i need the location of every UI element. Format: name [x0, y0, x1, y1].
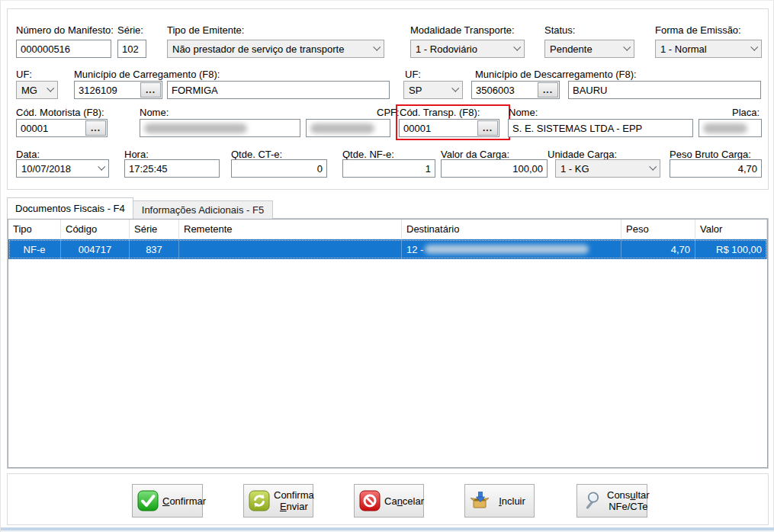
peso-bruto-input[interactable]: 4,70 — [670, 159, 762, 178]
grid-header-row: Tipo Código Série Remetente Destinatário… — [8, 220, 767, 239]
chevron-down-icon — [649, 163, 657, 171]
hora-input[interactable]: 17:25:45 — [124, 159, 220, 178]
cod-motorista-value: 00001 — [17, 120, 85, 136]
column-header-serie[interactable]: Série — [130, 220, 179, 239]
nome-transportador-label: Nome: — [509, 107, 538, 119]
tab-documentos-fiscais[interactable]: Documentos Fiscais - F4 — [7, 197, 133, 219]
municipio-carregamento-browse-button[interactable]: ... — [140, 82, 161, 98]
cod-transp-value: 00001 — [400, 120, 477, 136]
municipio-carregamento-name: FORMIGA — [172, 85, 218, 96]
magnifier-icon — [582, 490, 603, 511]
cod-transp-input[interactable]: 00001 ... — [399, 119, 499, 137]
uf-descarregamento-label: UF: — [405, 69, 421, 81]
mdfe-manifest-window: Número do Manifesto: Série: Tipo de Emit… — [0, 0, 774, 532]
hora-value: 17:25:45 — [129, 163, 168, 175]
destinatario-prefix: 12 - — [406, 244, 423, 255]
cpf-label: CPF: — [377, 107, 400, 119]
cod-motorista-input[interactable]: 00001 ... — [16, 119, 108, 137]
confirma-enviar-button[interactable]: ConfirmaEnviar — [243, 484, 313, 518]
forma-emissao-select[interactable]: 1 - Normal — [655, 40, 762, 58]
valor-carga-input[interactable]: 100,00 — [441, 159, 548, 178]
cell-remetente — [179, 239, 402, 259]
qtde-cte-input[interactable]: 0 — [231, 159, 327, 178]
qtde-cte-value: 0 — [317, 163, 323, 175]
chevron-down-icon — [623, 43, 631, 51]
municipio-descarregamento-browse-button[interactable]: ... — [538, 82, 558, 98]
consultar-nfe-cte-button[interactable]: ConsultarNFe/CTe — [576, 484, 647, 518]
placa-input[interactable] — [699, 119, 762, 137]
modalidade-transporte-label: Modalidade Transporte: — [410, 24, 515, 37]
cell-serie: 837 — [130, 239, 179, 259]
tipo-emitente-label: Tipo de Emitente: — [167, 24, 244, 37]
municipio-carregamento-label: Município de Carregamento (F8): — [74, 69, 220, 81]
cod-transp-browse-button[interactable]: ... — [477, 120, 498, 136]
nome-transportador-input[interactable]: S. E. SISTEMAS LTDA - EPP — [508, 119, 693, 137]
placa-label: Placa: — [732, 107, 760, 119]
modalidade-transporte-select[interactable]: 1 - Rodoviário — [410, 40, 525, 58]
uf-carregamento-value: MG — [21, 85, 43, 96]
cancelar-button-label: Cancelar — [384, 495, 424, 507]
municipio-descarregamento-label: Município de Descarregamento (F8): — [475, 69, 637, 81]
uf-descarregamento-select[interactable]: SP — [403, 81, 463, 99]
column-header-codigo[interactable]: Código — [61, 220, 130, 239]
incluir-button[interactable]: Incluir — [464, 484, 535, 518]
numero-manifesto-label: Número do Manifesto: — [16, 24, 114, 37]
redacted-value — [310, 123, 374, 133]
cancelar-button[interactable]: Cancelar — [354, 484, 424, 518]
cell-peso: 4,70 — [621, 239, 695, 259]
municipio-descarregamento-code-input[interactable]: 3506003 ... — [471, 81, 560, 99]
uf-carregamento-select[interactable]: MG — [16, 81, 58, 99]
serie-input[interactable]: 102 — [117, 40, 146, 58]
chevron-down-icon — [47, 85, 54, 92]
municipio-carregamento-code-input[interactable]: 3126109 ... — [74, 81, 162, 99]
unidade-carga-select[interactable]: 1 - KG — [555, 159, 660, 178]
sync-arrows-icon — [249, 490, 270, 511]
redacted-value — [703, 123, 747, 133]
cpf-input[interactable] — [306, 119, 390, 137]
cod-transp-label: Cód. Transp. (F8): — [400, 107, 480, 119]
chevron-down-icon — [750, 43, 758, 51]
numero-manifesto-value: 000000516 — [21, 43, 70, 55]
municipio-descarregamento-name: BAURU — [573, 85, 608, 96]
data-value: 10/07/2018 — [21, 163, 94, 175]
cell-codigo: 004717 — [61, 239, 130, 259]
cod-motorista-browse-button[interactable]: ... — [85, 120, 106, 136]
nome-transportador-value: S. E. SISTEMAS LTDA - EPP — [512, 123, 642, 134]
peso-bruto-value: 4,70 — [738, 163, 757, 175]
municipio-descarregamento-name-input[interactable]: BAURU — [568, 81, 761, 99]
tipo-emitente-select[interactable]: Não prestador de serviço de transporte — [167, 40, 384, 58]
status-select[interactable]: Pendente — [544, 40, 634, 58]
chevron-down-icon — [451, 85, 459, 92]
column-header-destinatario[interactable]: Destinatário — [402, 220, 621, 239]
valor-carga-value: 100,00 — [512, 163, 543, 175]
serie-value: 102 — [122, 43, 139, 55]
data-datepicker[interactable]: 10/07/2018 — [16, 159, 109, 178]
column-header-peso[interactable]: Peso — [621, 220, 695, 239]
unidade-carga-value: 1 - KG — [560, 163, 645, 175]
column-header-remetente[interactable]: Remetente — [179, 220, 402, 239]
confirmar-button[interactable]: Confirmar — [132, 484, 203, 518]
column-header-tipo[interactable]: Tipo — [8, 220, 61, 239]
status-label: Status: — [544, 24, 575, 37]
confirmar-button-label: Confirmar — [162, 495, 206, 507]
cell-tipo: NF-e — [8, 239, 61, 259]
qtde-nfe-input[interactable]: 1 — [342, 159, 435, 178]
cod-motorista-label: Cód. Motorista (F8): — [16, 107, 104, 119]
status-value: Pendente — [550, 43, 619, 55]
municipio-carregamento-name-input[interactable]: FORMIGA — [167, 81, 390, 99]
incluir-button-label: Incluir — [495, 495, 529, 507]
column-header-valor[interactable]: Valor — [695, 220, 767, 239]
modalidade-value: 1 - Rodoviário — [416, 43, 509, 55]
tab-informacoes-adicionais[interactable]: Informações Adicionais - F5 — [133, 200, 273, 219]
table-row-selected[interactable]: NF-e 004717 837 12 - 4,70 R$ 100,00 — [8, 239, 767, 259]
tab-strip: Documentos Fiscais - F4 Informações Adic… — [7, 197, 273, 219]
uf-descarregamento-value: SP — [409, 85, 448, 96]
tipo-emitente-value: Não prestador de serviço de transporte — [172, 43, 369, 55]
numero-manifesto-input[interactable]: 000000516 — [16, 40, 111, 58]
municipio-descarregamento-code: 3506003 — [472, 82, 537, 98]
redacted-value — [425, 245, 589, 254]
cell-destinatario: 12 - — [402, 239, 621, 259]
nome-motorista-input[interactable] — [140, 119, 300, 137]
forma-emissao-value: 1 - Normal — [660, 43, 747, 55]
chevron-down-icon — [513, 43, 521, 51]
